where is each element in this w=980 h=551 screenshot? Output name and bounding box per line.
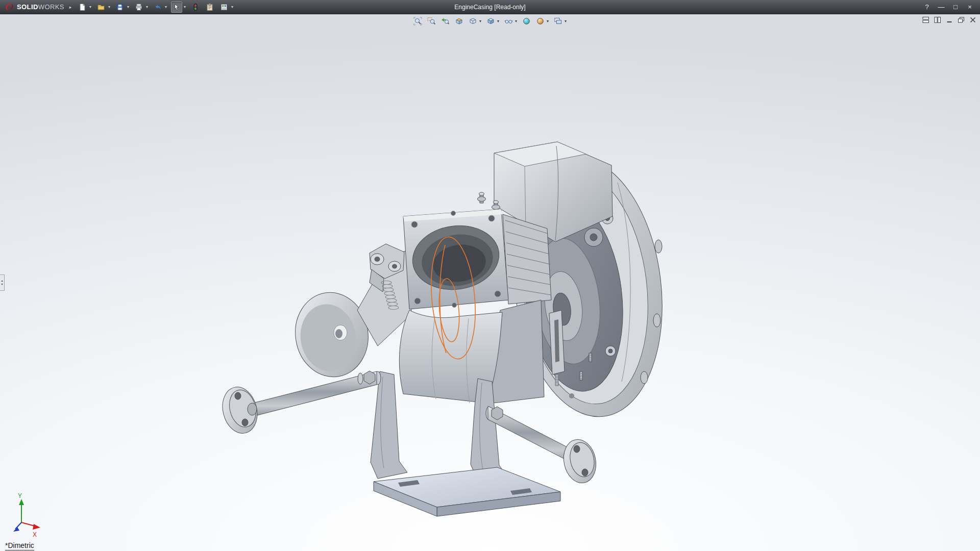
save-dropdown[interactable]: ▾ (126, 5, 130, 9)
brand-text: SOLIDWORKS (17, 3, 64, 11)
triad-z-axis (15, 522, 21, 529)
help-button[interactable]: ? (921, 2, 933, 12)
maximize-window-button[interactable]: □ (949, 2, 962, 12)
view-settings-button[interactable] (553, 16, 564, 27)
restore-document-button[interactable] (957, 16, 965, 23)
document-window-controls (922, 16, 977, 23)
heads-up-view-toolbar: ▾ ▾ ▾ ▾ ▾ (411, 16, 569, 27)
close-document-button[interactable] (969, 16, 977, 23)
section-view-button[interactable] (454, 16, 464, 27)
display-style-dropdown[interactable]: ▾ (496, 19, 500, 23)
open-dropdown[interactable]: ▾ (107, 5, 111, 9)
zoom-to-fit-button[interactable] (412, 16, 423, 27)
minimize-document-button[interactable] (945, 16, 953, 23)
solidworks-logo: SOLIDWORKS (0, 3, 67, 11)
view-settings-dropdown[interactable]: ▾ (564, 19, 568, 23)
edit-appearance-button[interactable] (521, 16, 532, 27)
hide-show-items-button[interactable] (503, 16, 514, 27)
open-button[interactable] (95, 2, 107, 13)
view-orientation-label: *Dimetric (5, 541, 34, 550)
print-button[interactable] (133, 2, 144, 13)
display-style-button[interactable] (485, 16, 496, 27)
triad-x-label: X (33, 531, 37, 538)
orientation-triad: Y X (13, 492, 40, 538)
select-tool-dropdown[interactable]: ▾ (182, 5, 187, 9)
file-properties-button[interactable] (204, 2, 215, 13)
triad-x-arrow (33, 524, 40, 530)
undo-button[interactable] (152, 2, 163, 13)
previous-view-button[interactable] (440, 16, 451, 27)
save-button[interactable] (114, 2, 126, 13)
window-controls: ? — □ × (921, 2, 980, 12)
rebuild-button[interactable] (190, 2, 201, 13)
zoom-to-area-button[interactable] (426, 16, 437, 27)
window-title: EngineCasing [Read-only] (454, 4, 525, 11)
triad-y-arrow (19, 499, 24, 505)
view-orientation-button[interactable] (468, 16, 478, 27)
select-tool-button[interactable] (171, 2, 182, 13)
print-dropdown[interactable]: ▾ (144, 5, 149, 9)
options-button[interactable] (218, 2, 230, 13)
model-geometry[interactable] (218, 142, 676, 516)
triad-y-label: Y (18, 492, 22, 499)
titlebar: SOLIDWORKS ▸ ▾ ▾ ▾ ▾ (0, 0, 980, 14)
apply-scene-dropdown[interactable]: ▾ (546, 19, 550, 23)
graphics-area[interactable]: Y X (0, 14, 980, 551)
new-document-dropdown[interactable]: ▾ (88, 5, 92, 9)
view-orientation-dropdown[interactable]: ▾ (478, 19, 482, 23)
engine-casing-model[interactable]: Y X (0, 14, 980, 551)
hide-show-items-dropdown[interactable]: ▾ (514, 19, 518, 23)
panel-splitter-handle[interactable]: ▴ ▾ (0, 274, 5, 291)
splitter-up-icon: ▴ (1, 279, 3, 283)
splitter-down-icon: ▾ (1, 283, 3, 286)
standard-toolbar: ▾ ▾ ▾ ▾ ▾ (77, 2, 237, 13)
undo-dropdown[interactable]: ▾ (163, 5, 168, 9)
options-dropdown[interactable]: ▾ (230, 5, 234, 9)
minimize-window-button[interactable]: — (935, 2, 947, 12)
solidworks-logo-icon (4, 3, 14, 11)
menu-expand-arrow[interactable]: ▸ (69, 5, 72, 10)
split-horizontal-icon[interactable] (922, 16, 930, 23)
apply-scene-button[interactable] (535, 16, 546, 27)
close-window-button[interactable]: × (964, 2, 976, 12)
split-vertical-icon[interactable] (934, 16, 942, 23)
new-document-button[interactable] (77, 2, 88, 13)
